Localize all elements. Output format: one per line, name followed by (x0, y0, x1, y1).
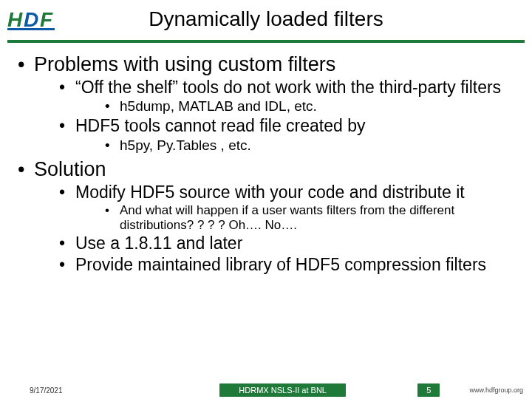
header: H D F Dynamically loaded filters (0, 0, 532, 40)
bullet-text: Problems with using custom filters (34, 53, 335, 75)
bullet-text: Provide maintained library of HDF5 compr… (75, 255, 486, 274)
footer: 9/17/2021 HDRMX NSLS-II at BNL 5 www.hdf… (0, 381, 532, 399)
bullet-text: Solution (34, 158, 106, 180)
list-item: Solution Modify HDF5 source with your co… (18, 158, 514, 274)
list-item: And what will happen if a user wants fil… (105, 203, 514, 232)
slide-title: Dynamically loaded filters (0, 0, 532, 31)
slide: H D F Dynamically loaded filters Problem… (0, 0, 532, 399)
footer-center-label: HDRMX NSLS-II at BNL (219, 383, 346, 397)
bullet-text: HDF5 tools cannot read file created by (75, 116, 365, 135)
list-item: h5py, Py.Tables , etc. (105, 137, 514, 154)
list-item: “Off the shelf” tools do not work with t… (59, 78, 514, 115)
footer-center: HDRMX NSLS-II at BNL (148, 383, 417, 397)
bullet-text: h5py, Py.Tables , etc. (120, 137, 251, 153)
bullet-text: Modify HDF5 source with your code and di… (75, 183, 465, 202)
footer-date: 9/17/2021 (0, 386, 148, 395)
svg-text:D: D (24, 8, 38, 31)
bullet-text: “Off the shelf” tools do not work with t… (75, 78, 501, 97)
svg-rect-3 (7, 28, 55, 30)
list-item: Modify HDF5 source with your code and di… (59, 183, 514, 233)
list-item: h5dump, MATLAB and IDL, etc. (105, 98, 514, 115)
hdf-logo: H D F (7, 6, 61, 35)
page-number: 5 (417, 383, 440, 397)
bullet-text: h5dump, MATLAB and IDL, etc. (120, 98, 317, 114)
list-item: Provide maintained library of HDF5 compr… (59, 255, 514, 274)
bullet-text: Use a 1.8.11 and later (75, 233, 242, 253)
bullet-list: Problems with using custom filters “Off … (18, 53, 514, 274)
bullet-text: And what will happen if a user wants fil… (120, 203, 454, 232)
svg-text:H: H (7, 8, 23, 31)
footer-url: www.hdfgroup.org (469, 386, 532, 394)
list-item: Problems with using custom filters “Off … (18, 53, 514, 154)
content: Problems with using custom filters “Off … (0, 43, 532, 274)
list-item: HDF5 tools cannot read file created by h… (59, 116, 514, 153)
svg-text:F: F (40, 8, 53, 31)
list-item: Use a 1.8.11 and later (59, 233, 514, 253)
